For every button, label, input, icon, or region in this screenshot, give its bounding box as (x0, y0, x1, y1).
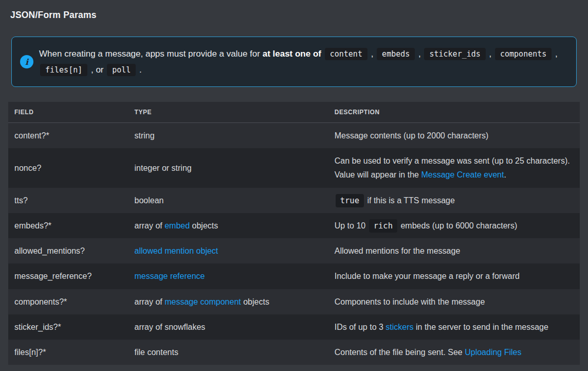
field-cell: sticker_ids?* (8, 314, 128, 340)
field-cell: embeds?* (8, 213, 128, 238)
description-cell: Message contents (up to 2000 characters) (328, 123, 580, 149)
header-type: TYPE (128, 102, 328, 123)
code-chip: components (495, 48, 552, 60)
field-cell: components?* (8, 289, 128, 314)
description-cell: Can be used to verify a message was sent… (328, 148, 580, 187)
table-row: nonce?integer or stringCan be used to ve… (8, 148, 580, 187)
docs-page: JSON/Form Params i When creating a messa… (0, 0, 588, 365)
field-cell: tts? (8, 188, 128, 213)
type-cell: allowed mention object (128, 238, 328, 263)
header-description: DESCRIPTION (328, 102, 580, 123)
table-row: files[n]?*file contentsContents of the f… (8, 340, 580, 365)
table-row: message_reference?message referenceInclu… (8, 263, 580, 289)
description-cell: IDs of up to 3 stickers in the server to… (328, 314, 580, 340)
type-cell: string (128, 123, 328, 149)
description-cell: Allowed mentions for the message (328, 238, 580, 263)
code-chip: files[n] (40, 64, 87, 76)
type-cell: array of message component objects (128, 289, 328, 314)
description-cell: Components to include with the message (328, 289, 580, 314)
doc-link[interactable]: embed (164, 221, 190, 230)
description-cell: true if this is a TTS message (328, 188, 580, 213)
bold-text: at least one of (263, 49, 321, 59)
table-row: components?*array of message component o… (8, 289, 580, 314)
doc-link[interactable]: Message Create event (421, 170, 504, 179)
type-cell: integer or string (128, 148, 328, 187)
field-cell: content?* (8, 123, 128, 149)
code-chip: embeds (377, 48, 415, 60)
code-chip: sticker_ids (424, 48, 485, 60)
params-table-body: content?*stringMessage contents (up to 2… (8, 123, 580, 365)
type-cell: boolean (128, 188, 328, 213)
callout-text: When creating a message, apps must provi… (39, 46, 568, 78)
type-cell: message reference (128, 263, 328, 289)
table-row: content?*stringMessage contents (up to 2… (8, 123, 580, 149)
type-cell: file contents (128, 340, 328, 365)
code-chip: true (336, 194, 364, 207)
code-chip: poll (107, 64, 136, 76)
code-chip: rich (369, 219, 397, 233)
field-cell: files[n]?* (8, 340, 128, 365)
field-cell: message_reference? (8, 263, 128, 289)
type-cell: array of snowflakes (128, 314, 328, 340)
description-cell: Include to make your message a reply or … (328, 263, 580, 289)
doc-link[interactable]: allowed mention object (135, 246, 218, 255)
info-callout: i When creating a message, apps must pro… (11, 37, 577, 87)
field-cell: nonce? (8, 148, 128, 187)
table-row: embeds?*array of embed objectsUp to 10 r… (8, 213, 580, 238)
code-chip: content (325, 48, 368, 60)
table-header-row: FIELD TYPE DESCRIPTION (8, 102, 580, 123)
params-table: FIELD TYPE DESCRIPTION content?*stringMe… (8, 102, 580, 365)
info-icon: i (20, 55, 33, 68)
table-row: allowed_mentions?allowed mention objectA… (8, 238, 580, 263)
description-cell: Contents of the file being sent. See Upl… (328, 340, 580, 365)
doc-link[interactable]: stickers (385, 323, 413, 331)
doc-link[interactable]: message component (164, 297, 241, 306)
description-cell: Up to 10 rich embeds (up to 6000 charact… (328, 213, 580, 238)
type-cell: array of embed objects (128, 213, 328, 238)
field-cell: allowed_mentions? (8, 238, 128, 263)
header-field: FIELD (8, 102, 128, 123)
doc-link[interactable]: message reference (135, 272, 205, 280)
doc-link[interactable]: Uploading Files (465, 348, 521, 357)
table-row: sticker_ids?*array of snowflakesIDs of u… (8, 314, 580, 340)
page-title: JSON/Form Params (10, 0, 580, 21)
table-row: tts?booleantrue if this is a TTS message (8, 188, 580, 213)
